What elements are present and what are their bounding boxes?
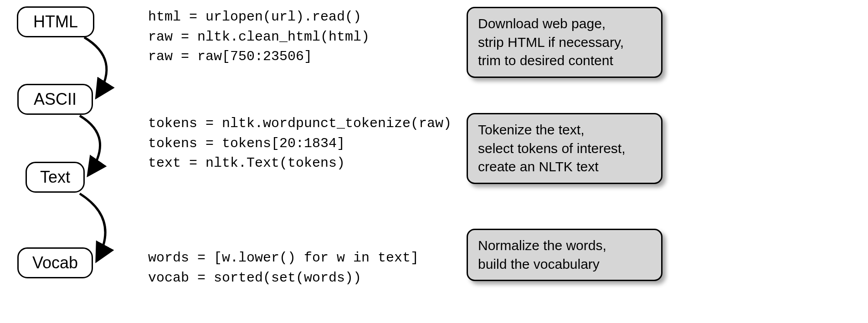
desc-box-download-text: Download web page, strip HTML if necessa…	[478, 16, 624, 68]
code-block-download: html = urlopen(url).read() raw = nltk.cl…	[148, 7, 370, 67]
flow-node-html: HTML	[17, 6, 94, 37]
desc-box-download: Download web page, strip HTML if necessa…	[467, 7, 663, 78]
flow-node-html-label: HTML	[33, 12, 78, 31]
desc-box-tokenize-text: Tokenize the text, select tokens of inte…	[478, 122, 626, 174]
code-block-normalize: words = [w.lower() for w in text] vocab …	[148, 248, 419, 288]
flow-node-ascii: ASCII	[17, 84, 93, 115]
flow-node-text-label: Text	[40, 168, 70, 187]
desc-box-normalize: Normalize the words, build the vocabular…	[467, 229, 663, 281]
code-block-tokenize: tokens = nltk.wordpunct_tokenize(raw) to…	[148, 114, 452, 174]
desc-box-normalize-text: Normalize the words, build the vocabular…	[478, 238, 606, 272]
desc-box-tokenize: Tokenize the text, select tokens of inte…	[467, 113, 663, 184]
flow-node-ascii-label: ASCII	[34, 90, 77, 109]
flow-node-text: Text	[26, 162, 85, 193]
flow-node-vocab: Vocab	[17, 247, 93, 278]
arrow-ascii-text	[80, 116, 100, 174]
flow-node-vocab-label: Vocab	[32, 253, 78, 272]
